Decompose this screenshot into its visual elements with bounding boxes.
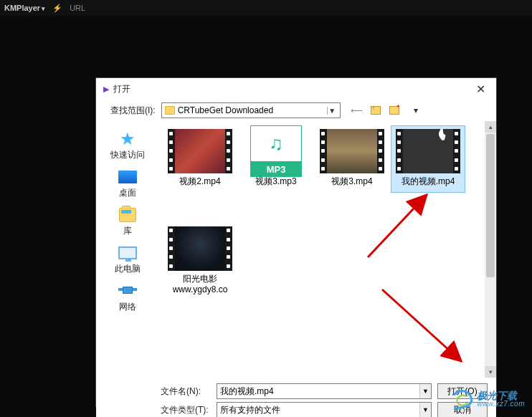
watermark-text-zh: 极光下载 xyxy=(477,390,525,401)
file-item-video2[interactable]: 视频2.mp4 xyxy=(163,125,237,193)
scroll-up-icon[interactable]: ▴ xyxy=(485,121,496,133)
mp3-icon: ♫ MP3 xyxy=(250,125,302,177)
star-icon: ★ xyxy=(120,129,136,149)
chevron-down-icon[interactable]: ▼ xyxy=(327,107,337,115)
folder-dropdown[interactable]: CRTubeGet Downloaded ▼ xyxy=(161,102,341,118)
file-item-audio3[interactable]: ♫ MP3 视频3.mp3 xyxy=(239,125,313,193)
sidebar-item-desktop[interactable]: 桌面 xyxy=(96,165,159,201)
sidebar-item-label: 快速访问 xyxy=(110,149,145,161)
music-note-icon: ♫ xyxy=(250,125,302,161)
app-topbar: KMPlayer▾ ⚡ URL xyxy=(0,0,532,16)
sidebar-item-thispc[interactable]: 此电脑 xyxy=(96,241,159,277)
filename-value: 我的视频.mp4 xyxy=(220,385,274,398)
sidebar-item-libraries[interactable]: 库 xyxy=(96,203,159,239)
chevron-down-icon[interactable]: ▼ xyxy=(419,403,431,417)
desktop-icon xyxy=(118,171,137,183)
bottom-inputs: 文件名(N): 我的视频.mp4 ▼ 打开(O) 文件类型(T): 所有支持的文… xyxy=(96,378,496,417)
file-pane: 视频2.mp4 ♫ MP3 视频3.mp3 视频3.mp4 xyxy=(159,121,496,378)
file-grid: 视频2.mp4 ♫ MP3 视频3.mp3 视频3.mp4 xyxy=(163,125,471,301)
vertical-scrollbar[interactable]: ▴ ▾ xyxy=(485,121,496,378)
video-thumbnail-icon xyxy=(168,226,232,271)
video-thumbnail-icon xyxy=(168,129,232,173)
sidebar-item-quickaccess[interactable]: ★ 快速访问 xyxy=(96,127,159,163)
scroll-down-icon[interactable]: ▾ xyxy=(485,366,496,378)
filetype-value: 所有支持的文件 xyxy=(220,404,280,416)
library-icon xyxy=(119,208,136,222)
file-name: 阳光电影 www.ygdy8.co xyxy=(173,274,228,296)
file-item-video3[interactable]: 视频3.mp4 xyxy=(315,125,389,193)
back-icon[interactable]: ⟵ xyxy=(351,104,364,117)
folder-name: CRTubeGet Downloaded xyxy=(178,105,324,115)
filename-field[interactable]: 我的视频.mp4 ▼ xyxy=(217,383,432,399)
sidebar-item-label: 网络 xyxy=(119,301,136,313)
folder-icon xyxy=(165,106,175,115)
close-button[interactable]: ✕ xyxy=(472,80,489,97)
file-name: 我的视频.mp4 xyxy=(402,176,455,188)
sidebar-item-network[interactable]: 网络 xyxy=(96,279,159,315)
dialog-title: 打开 xyxy=(113,83,472,95)
scroll-thumb[interactable] xyxy=(486,134,495,277)
lightning-icon[interactable]: ⚡ xyxy=(52,4,62,13)
lookup-row: 查找范围(I): CRTubeGet Downloaded ▼ ⟵ ▾ xyxy=(96,100,496,121)
nav-icons: ⟵ ▾ xyxy=(351,104,419,117)
watermark-logo-icon xyxy=(450,388,474,411)
file-name: 视频2.mp4 xyxy=(179,176,220,188)
file-item-myvideo[interactable]: 我的视频.mp4 xyxy=(391,125,465,193)
places-sidebar: ★ 快速访问 桌面 库 此电脑 网络 xyxy=(96,121,159,378)
lookup-label: 查找范围(I): xyxy=(110,105,156,117)
app-logo[interactable]: KMPlayer▾ xyxy=(4,4,45,12)
filetype-label: 文件类型(T): xyxy=(161,404,211,416)
chevron-down-icon[interactable]: ▼ xyxy=(419,384,431,398)
file-name: 视频3.mp4 xyxy=(331,176,372,188)
watermark-text-en: www.xz7.com xyxy=(477,401,525,408)
play-icon: ▶ xyxy=(103,85,109,94)
up-one-level-icon[interactable] xyxy=(369,104,382,117)
file-item-sunshine[interactable]: 阳光电影 www.ygdy8.co xyxy=(163,223,237,301)
open-file-dialog: ▶ 打开 ✕ 查找范围(I): CRTubeGet Downloaded ▼ ⟵… xyxy=(95,77,497,407)
sidebar-item-label: 库 xyxy=(123,225,132,237)
dialog-body: ★ 快速访问 桌面 库 此电脑 网络 xyxy=(96,121,496,378)
watermark: 极光下载 www.xz7.com xyxy=(451,390,525,408)
sidebar-item-label: 此电脑 xyxy=(115,263,141,275)
pc-icon xyxy=(118,246,137,259)
url-label[interactable]: URL xyxy=(70,4,85,12)
network-icon xyxy=(118,284,137,298)
video-thumbnail-icon xyxy=(320,129,384,173)
dialog-titlebar: ▶ 打开 ✕ xyxy=(96,78,496,100)
filetype-field[interactable]: 所有支持的文件 ▼ xyxy=(217,402,432,417)
sidebar-item-label: 桌面 xyxy=(119,187,136,199)
view-mode-icon[interactable]: ▾ xyxy=(407,104,419,117)
file-name: 视频3.mp3 xyxy=(255,176,296,188)
video-thumbnail-icon xyxy=(396,129,460,173)
filename-label: 文件名(N): xyxy=(161,385,211,398)
new-folder-icon[interactable] xyxy=(388,104,401,117)
